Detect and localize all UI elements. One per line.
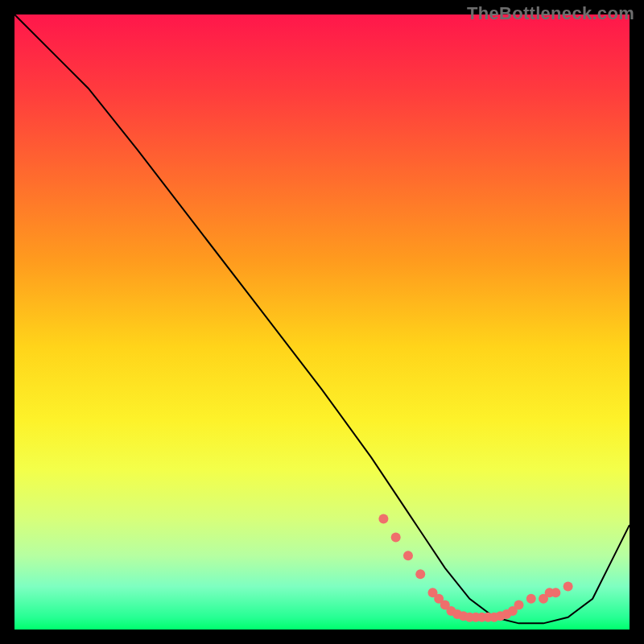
plot-area [14,14,630,630]
marker-dot [391,532,401,542]
bottom-dots-group [378,514,572,621]
marker-dot [514,600,523,609]
watermark-text: TheBottleneck.com [467,3,634,24]
curve-line [14,14,630,623]
marker-dot [415,569,425,579]
marker-dot [526,594,536,604]
chart-frame: TheBottleneck.com [0,0,644,644]
chart-svg [14,14,630,630]
marker-dot [564,582,573,592]
marker-dot [551,588,560,597]
marker-dot [403,551,413,560]
marker-dot [378,514,388,523]
